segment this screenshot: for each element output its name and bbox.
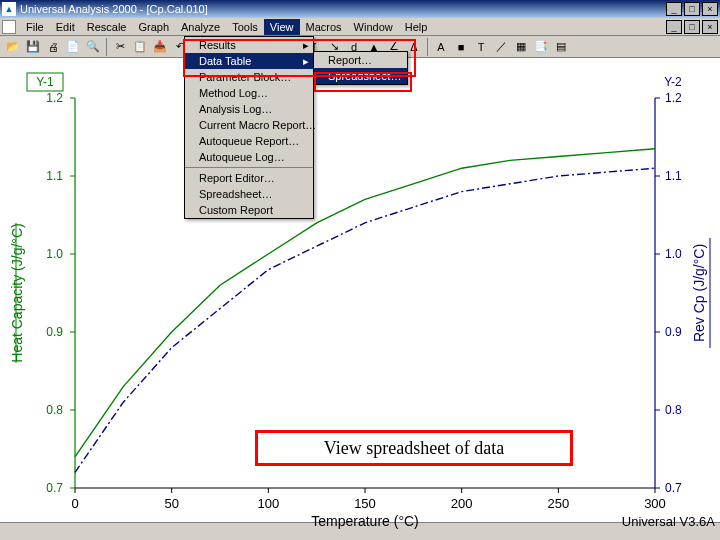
open-button[interactable]: 📂 <box>4 38 22 56</box>
title-bar: ▲ Universal Analysis 2000 - [Cp.Cal.010]… <box>0 0 720 18</box>
doc-maximize-button[interactable]: □ <box>684 20 700 34</box>
stop-button[interactable]: ■ <box>452 38 470 56</box>
menu-view[interactable]: View <box>264 19 300 35</box>
y-left-tick-label: 0.9 <box>46 325 63 339</box>
y-right-tick-label: 0.8 <box>665 403 682 417</box>
toolbar-separator <box>427 38 428 56</box>
submenu-arrow-icon: ▸ <box>303 39 309 52</box>
menu-bar: File Edit Rescale Graph Analyze Tools Vi… <box>0 18 720 36</box>
view-menu-custom-report[interactable]: Custom Report <box>185 202 313 218</box>
close-button[interactable]: × <box>702 2 718 16</box>
menu-edit[interactable]: Edit <box>50 19 81 35</box>
doc-minimize-button[interactable]: _ <box>666 20 682 34</box>
submenu-spreadsheet[interactable]: Spreadsheet… <box>314 68 407 84</box>
app-icon: ▲ <box>2 2 16 16</box>
app-title: Universal Analysis 2000 - [Cp.Cal.010] <box>20 3 208 15</box>
x-axis-label: Temperature (°C) <box>311 513 419 529</box>
view-menu-analysis-log[interactable]: Analysis Log… <box>185 101 313 117</box>
save-button[interactable]: 💾 <box>24 38 42 56</box>
submenu-report[interactable]: Report… <box>314 52 407 68</box>
menu-window[interactable]: Window <box>348 19 399 35</box>
x-tick-label: 150 <box>354 496 376 511</box>
x-tick-label: 250 <box>547 496 569 511</box>
view-menu-data-table[interactable]: Data Table ▸ Report… Spreadsheet… <box>185 53 313 69</box>
auto-button[interactable]: A <box>432 38 450 56</box>
view-menu-report-editor[interactable]: Report Editor… <box>185 167 313 186</box>
y-left-axis-label: Heat Capacity (J/g/°C) <box>9 223 25 362</box>
view-menu-results[interactable]: Results ▸ <box>185 37 313 53</box>
annotation-text: View spreadsheet of data <box>324 438 504 459</box>
menu-tools[interactable]: Tools <box>226 19 264 35</box>
series-1 <box>75 168 655 472</box>
copy-button[interactable]: 📋 <box>131 38 149 56</box>
x-tick-label: 200 <box>451 496 473 511</box>
view-menu-autoqueue-report[interactable]: Autoqueue Report… <box>185 133 313 149</box>
data-table-submenu: Report… Spreadsheet… <box>313 51 408 85</box>
y-right-tick-label: 1.0 <box>665 247 682 261</box>
data-table-button[interactable]: ▦ <box>512 38 530 56</box>
view-menu-autoqueue-log[interactable]: Autoqueue Log… <box>185 149 313 165</box>
view-menu-spreadsheet[interactable]: Spreadsheet… <box>185 186 313 202</box>
minimize-button[interactable]: _ <box>666 2 682 16</box>
line-tool-button[interactable]: ／ <box>492 38 510 56</box>
y-left-tick-label: 0.8 <box>46 403 63 417</box>
view-menu-method-log[interactable]: Method Log… <box>185 85 313 101</box>
preview-button[interactable]: 🔍 <box>84 38 102 56</box>
menu-item-label: Results <box>199 39 236 51</box>
annotation-callout: View spreadsheet of data <box>255 430 573 466</box>
y-left-tick-label: 1.0 <box>46 247 63 261</box>
series-0 <box>75 149 655 457</box>
doc-icon <box>2 20 16 34</box>
x-tick-label: 0 <box>71 496 78 511</box>
y-left-tick-label: 1.2 <box>46 91 63 105</box>
print1-button[interactable]: 🖨 <box>44 38 62 56</box>
x-tick-label: 50 <box>164 496 178 511</box>
spreadsheet-button[interactable]: ▤ <box>552 38 570 56</box>
menu-rescale[interactable]: Rescale <box>81 19 133 35</box>
menu-file[interactable]: File <box>20 19 50 35</box>
print2-button[interactable]: 📄 <box>64 38 82 56</box>
cut-button[interactable]: ✂ <box>111 38 129 56</box>
chart-area: 0501001502002503000.70.80.91.01.11.20.70… <box>0 58 720 522</box>
maximize-button[interactable]: □ <box>684 2 700 16</box>
y-left-tick-label: 0.7 <box>46 481 63 495</box>
view-dropdown: Results ▸ Data Table ▸ Report… Spreadshe… <box>184 36 314 219</box>
menu-graph[interactable]: Graph <box>132 19 175 35</box>
y-right-tick-label: 0.7 <box>665 481 682 495</box>
submenu-arrow-icon: ▸ <box>303 55 309 68</box>
y-left-tick-label: 1.1 <box>46 169 63 183</box>
view-menu-current-macro-report[interactable]: Current Macro Report… <box>185 117 313 133</box>
menu-analyze[interactable]: Analyze <box>175 19 226 35</box>
y-right-tick-label: 1.2 <box>665 91 682 105</box>
plot-svg: 0501001502002503000.70.80.91.01.11.20.70… <box>0 58 720 540</box>
paste-button[interactable]: 📥 <box>151 38 169 56</box>
brand-label: Universal V3.6A <box>622 514 716 529</box>
text-button[interactable]: T <box>472 38 490 56</box>
menu-item-label: Data Table <box>199 55 251 67</box>
doc-close-button[interactable]: × <box>702 20 718 34</box>
x-tick-label: 300 <box>644 496 666 511</box>
x-tick-label: 100 <box>257 496 279 511</box>
y-right-tick-label: 0.9 <box>665 325 682 339</box>
view-menu-parameter-block[interactable]: Parameter Block… <box>185 69 313 85</box>
y-right-axis-label: Rev Cp (J/g/°C) <box>691 244 707 342</box>
y-right-tick-label: 1.1 <box>665 169 682 183</box>
menu-help[interactable]: Help <box>399 19 434 35</box>
y2-marker: Y-2 <box>664 75 682 89</box>
menu-macros[interactable]: Macros <box>300 19 348 35</box>
report-button[interactable]: 📑 <box>532 38 550 56</box>
y1-marker: Y-1 <box>36 75 54 89</box>
toolbar-separator <box>106 38 107 56</box>
